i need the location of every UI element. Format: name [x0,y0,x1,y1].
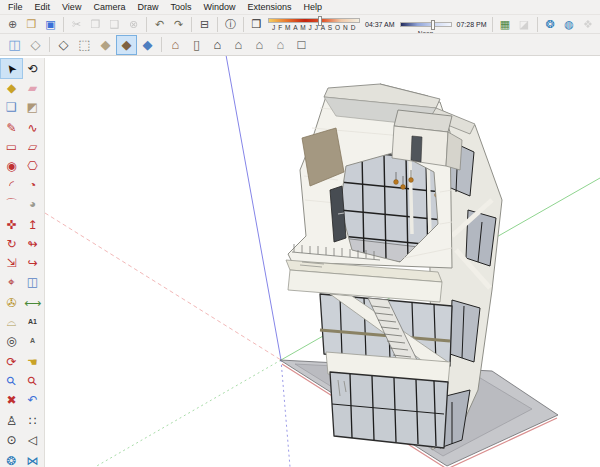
style-hidden-line-button[interactable]: ⬚ [74,35,95,55]
shadow-settings-button[interactable]: ◪ [515,16,534,33]
look-around-tool[interactable]: ⊙ [1,430,22,449]
copy-button[interactable]: ❐ [86,16,105,33]
style-xray-button[interactable]: ◫ [4,35,25,55]
menu-item-window[interactable]: Window [197,1,241,13]
push-pull-tool[interactable]: ↥ [22,215,43,234]
tool-palette-row: ◎A [1,331,43,350]
position-camera-tool[interactable]: ♙ [1,411,22,430]
printer-icon: ⊟ [200,19,209,30]
polygon-tool[interactable]: ⎔ [22,156,43,175]
circle-tool[interactable]: ◉ [1,156,22,175]
pan-tool[interactable]: ☚ [22,352,43,371]
paint-bucket-tool[interactable]: ◆ [1,78,22,97]
select-tool[interactable]: ➤ [1,59,22,78]
lasso-select-tool[interactable]: ⟲ [22,59,43,78]
add-location-sidebar-tool[interactable]: ❂ [1,451,22,467]
cut-button[interactable]: ✂ [67,16,86,33]
viewport-canvas[interactable] [0,0,600,467]
move-tool[interactable]: ✜ [1,215,22,234]
menu-item-extensions[interactable]: Extensions [241,1,297,13]
previous-view-tool[interactable]: ↶ [22,390,43,409]
follow-me-tool[interactable]: ↬ [22,234,43,253]
axes-tool[interactable]: ⌖ [1,272,22,291]
orbit-tool[interactable]: ⟳ [1,352,22,371]
open-file-button[interactable]: ❒ [22,16,41,33]
eraser-tool[interactable]: ▰ [22,78,43,97]
tape-measure-tool[interactable]: ✇ [1,293,22,312]
view-iso-button[interactable]: ⌂ [165,35,186,55]
undo-arrow-icon: ↶ [155,19,164,30]
tag-tool[interactable]: ◩ [22,97,43,116]
walk-tool[interactable]: ∷ [22,411,43,430]
print-button[interactable]: ⊟ [195,16,214,33]
style-shaded-textures-button[interactable]: ◆ [116,35,137,55]
shadow-month-slider[interactable] [268,18,360,23]
model-info-button[interactable]: ⓘ [221,16,240,33]
clipboard-icon: ❑ [110,19,120,30]
menu-item-draw[interactable]: Draw [131,1,164,13]
view-front-button[interactable]: ⌂ [207,35,228,55]
time-slider-handle[interactable] [431,20,435,30]
menu-item-tools[interactable]: Tools [164,1,197,13]
add-building-button[interactable]: ❖ [579,16,598,33]
cube-monochrome-icon: ◆ [143,38,153,51]
rotate-tool[interactable]: ↻ [1,234,22,253]
scale-tool[interactable]: ⇲ [1,253,22,272]
protractor-segment-icon: ⌓ [7,316,17,328]
rotated-rectangle-tool[interactable]: ▱ [22,137,43,156]
extension-sidebar-tool[interactable]: ⋈ [22,451,43,467]
menu-item-edit[interactable]: Edit [29,1,57,13]
section-plane-tool[interactable]: ◫ [22,272,43,291]
orbit-arrows-icon: ⟳ [6,356,16,368]
3d-text-tool[interactable]: A [22,331,43,350]
menu-item-view[interactable]: View [56,1,87,13]
text-tool[interactable]: A1 [22,312,43,331]
month-slider-handle[interactable] [318,16,322,26]
view-left-button[interactable]: ⌂ [270,35,291,55]
protractor-tool[interactable]: ⌓ [1,312,22,331]
shadow-toggle-button[interactable]: ❒ [247,16,266,33]
zoom-tool[interactable]: ⚲ [1,371,22,390]
menu-item-file[interactable]: File [2,1,29,13]
pie-tool[interactable]: ◕ [22,194,43,213]
redo-button[interactable]: ↷ [169,16,188,33]
tool-palette-row: ⚲⚲ [1,371,43,390]
add-location-button[interactable]: ❂ [541,16,560,33]
view-top-button[interactable]: ▯ [186,35,207,55]
erase-delete-button[interactable]: ⊗ [124,16,143,33]
view-plan-button[interactable]: □ [291,35,312,55]
toggle-terrain-button[interactable]: ◍ [560,16,579,33]
tool-palette-row: ⌖◫ [1,272,43,291]
style-wireframe-button[interactable]: ◇ [53,35,74,55]
photo-textures-button[interactable]: ▦ [496,16,515,33]
zoom-extents-tool[interactable]: ✖ [1,390,22,409]
house-right-icon: ⌂ [235,38,243,51]
view-right-button[interactable]: ⌂ [228,35,249,55]
shadow-time-slider[interactable]: Noon [400,22,452,27]
lasso-loop-icon: ⟲ [27,63,37,75]
arc-tool[interactable]: ◔ [22,175,43,194]
zoom-window-tool[interactable]: ⚲ [22,371,43,390]
save-file-button[interactable]: ▣ [41,16,60,33]
undo-button[interactable]: ↶ [150,16,169,33]
style-shaded-button[interactable]: ◆ [95,35,116,55]
rectangle-tool[interactable]: ▭ [1,137,22,156]
menu-item-help[interactable]: Help [297,1,328,13]
make-component-tool[interactable]: ❑ [1,97,22,116]
center-point-tool[interactable]: ◎ [1,331,22,350]
style-back-edges-button[interactable]: ◇ [25,35,46,55]
offset-tool[interactable]: ↪ [22,253,43,272]
two-point-arc-tool[interactable]: ◜ [1,175,22,194]
menu-item-camera[interactable]: Camera [87,1,131,13]
plus-circle-icon: ⊕ [8,19,17,30]
field-of-view-tool[interactable]: ◁ [22,430,43,449]
freehand-tool[interactable]: ∿ [22,118,43,137]
style-monochrome-button[interactable]: ◆ [137,35,158,55]
view-back-button[interactable]: ⌂ [249,35,270,55]
three-point-arc-tool[interactable]: ⌒ [1,194,22,213]
dimension-tool[interactable]: ⟷ [22,293,43,312]
folder-open-icon: ❒ [27,19,37,30]
new-file-button[interactable]: ⊕ [3,16,22,33]
paste-button[interactable]: ❑ [105,16,124,33]
line-tool[interactable]: ✎ [1,118,22,137]
